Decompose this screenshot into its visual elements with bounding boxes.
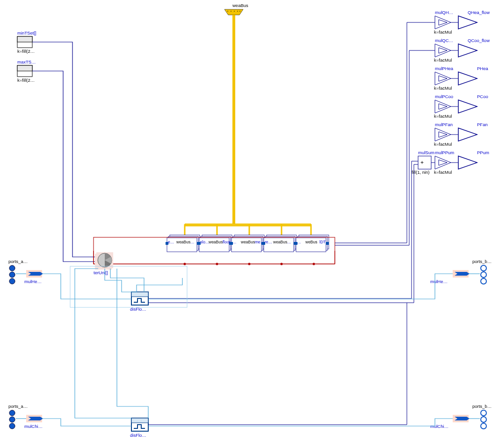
svg-text:k=facMul: k=facMul — [434, 142, 452, 147]
svg-text:mulHe…: mulHe… — [430, 279, 448, 284]
svg-point-4 — [237, 11, 238, 12]
zone-bus-label: weBus — [305, 240, 318, 244]
ports-b-top[interactable]: ports_b… mulHe… — [430, 259, 492, 284]
svg-marker-41 — [458, 100, 477, 113]
qcoo-output[interactable]: QCoo_flow — [458, 38, 490, 57]
svg-point-116 — [9, 417, 15, 422]
mintset-sub: k=fill(2… — [17, 49, 35, 54]
mulqcoo-block[interactable]: mulQC… k=facMul — [434, 38, 453, 63]
mintset-label: minTSet[] — [17, 30, 36, 36]
zone-left-label: e… — [168, 240, 174, 244]
svg-text:fill(1, nin): fill(1, nin) — [412, 170, 430, 175]
svg-text:mulPPum: mulPPum — [435, 150, 454, 155]
svg-marker-57 — [458, 156, 477, 169]
svg-text:ports_b…: ports_b… — [472, 259, 492, 264]
svg-rect-137 — [70, 266, 187, 307]
svg-point-125 — [481, 278, 486, 284]
svg-text:ports_a…: ports_a… — [8, 404, 28, 409]
maxts-label: maxTS… — [17, 59, 36, 64]
pcoo-output[interactable]: PCoo — [458, 94, 488, 113]
weabus-connector[interactable]: weaBus — [224, 3, 248, 15]
mulpcoo-block[interactable]: mulPCoo k=facMul — [434, 94, 453, 119]
svg-rect-89 — [326, 242, 329, 245]
svg-text:QCoo_flow: QCoo_flow — [468, 38, 490, 43]
svg-point-123 — [481, 265, 486, 271]
svg-text:mulQH…: mulQH… — [435, 10, 453, 15]
svg-text:mulPFan: mulPFan — [435, 122, 453, 127]
mulphea-block[interactable]: mulPHea k=facMul — [434, 66, 454, 91]
qhea-output[interactable]: QHea_flow — [458, 10, 490, 29]
svg-text:mulQC…: mulQC… — [435, 38, 453, 43]
svg-text:mulHe…: mulHe… — [24, 279, 42, 284]
svg-text:PFan: PFan — [477, 122, 488, 127]
zone-right-label: … — [287, 240, 291, 244]
svg-marker-29 — [458, 44, 477, 57]
svg-point-107 — [9, 265, 15, 271]
svg-point-3 — [234, 11, 235, 12]
ppum-output[interactable]: PPum — [458, 150, 489, 169]
ports-a-top[interactable]: ports_a… mulHe… — [8, 259, 43, 284]
svg-point-1 — [227, 11, 228, 12]
svg-point-2 — [231, 11, 231, 12]
mulpfan-block[interactable]: mulPFan k=facMul — [434, 122, 453, 147]
svg-point-131 — [481, 410, 486, 416]
zone-bus-label: weaBus — [176, 240, 190, 244]
mulqhea-block[interactable]: mulQH… k=facMul — [434, 10, 453, 35]
svg-point-124 — [481, 272, 486, 277]
svg-text:mulChi…: mulChi… — [24, 424, 43, 429]
svg-marker-0 — [224, 9, 243, 15]
disflo-2[interactable]: disFlo… — [130, 418, 148, 438]
svg-text:ports_b…: ports_b… — [472, 404, 492, 409]
svg-point-5 — [239, 11, 240, 12]
ports-a-bot[interactable]: ports_a… mulChi… — [8, 404, 43, 429]
svg-rect-15 — [17, 36, 32, 42]
setpoint-routes — [32, 42, 97, 262]
mulsum-block[interactable]: mulSum + fill(1, nin) — [412, 150, 434, 175]
zone-left-label: slo… — [200, 240, 209, 244]
svg-marker-35 — [458, 72, 477, 85]
disflo2-label: disFlo… — [130, 433, 146, 438]
svg-point-117 — [9, 423, 15, 429]
svg-marker-47 — [458, 128, 477, 141]
svg-point-108 — [9, 272, 15, 277]
zone-right-label: … — [190, 240, 195, 244]
svg-rect-102 — [131, 292, 148, 297]
svg-text:PCoo: PCoo — [477, 94, 488, 99]
zone-left-label: … — [297, 240, 301, 244]
svg-text:PHea: PHea — [477, 66, 488, 71]
svg-text:mulPHea: mulPHea — [435, 66, 454, 71]
phea-output[interactable]: PHea — [458, 66, 488, 85]
svg-text:k=facMul: k=facMul — [434, 114, 452, 119]
pfan-output[interactable]: PFan — [458, 122, 488, 141]
svg-point-133 — [481, 423, 486, 429]
zone-left-label: … — [232, 240, 237, 244]
teruni-label: terUni[] — [94, 270, 108, 275]
svg-text:PPum: PPum — [477, 150, 489, 155]
svg-point-132 — [481, 417, 486, 422]
zone-bus-label: weaBus — [240, 240, 255, 244]
zone-right-label: floor — [223, 240, 231, 244]
zone-bus-label: weaBus — [273, 240, 287, 244]
svg-text:ports_a…: ports_a… — [8, 259, 28, 264]
svg-rect-104 — [131, 418, 148, 423]
maxts-sub: k=fill(2… — [17, 78, 35, 83]
zone-bus-label: weaBus — [208, 240, 223, 244]
zone-left-label: re… — [265, 240, 272, 244]
svg-marker-23 — [458, 16, 477, 29]
svg-text:k=facMul: k=facMul — [434, 29, 452, 35]
svg-text:QHea_flow: QHea_flow — [468, 10, 490, 15]
zone-right-label: lDT — [319, 240, 325, 244]
svg-point-115 — [9, 410, 15, 416]
svg-text:+: + — [420, 159, 424, 166]
svg-text:mulPCoo: mulPCoo — [435, 94, 453, 99]
svg-text:k=facMul: k=facMul — [434, 85, 452, 91]
disflo-1[interactable]: disFlo… — [130, 292, 148, 312]
svg-rect-17 — [17, 65, 32, 71]
svg-point-109 — [9, 278, 15, 284]
ports-b-bot[interactable]: ports_b… mulChi… — [430, 404, 492, 429]
weabus-label: weaBus — [232, 3, 248, 8]
svg-text:k=facMul: k=facMul — [434, 170, 452, 175]
svg-text:mulSum: mulSum — [418, 150, 434, 155]
cyan-pipes — [16, 266, 480, 426]
svg-text:k=facMul: k=facMul — [434, 57, 452, 63]
